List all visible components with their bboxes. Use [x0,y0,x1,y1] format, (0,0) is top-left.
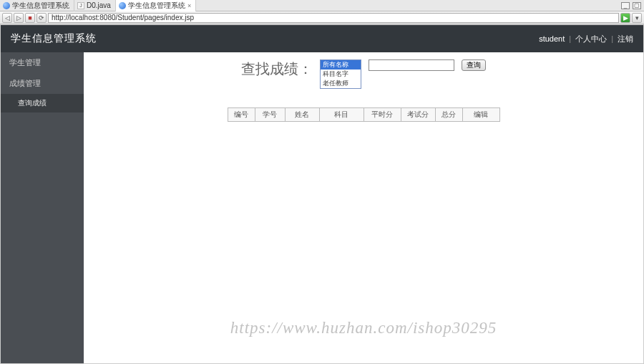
refresh-button[interactable]: ⟳ [36,13,47,23]
sidebar: 学生管理 成绩管理 查询成绩 [1,52,84,363]
ide-tab-2[interactable]: 学生信息管理系统 × [116,0,196,11]
app-header: 学生信息管理系统 student | 个人中心 | 注销 [1,25,643,52]
ide-tab-label: 学生信息管理系统 [12,1,69,11]
ide-window-controls: _ ▢ [621,2,644,9]
app-title: 学生信息管理系统 [11,32,97,45]
ide-tab-label: D0.java [87,1,111,9]
back-button[interactable]: ◁ [2,13,12,23]
col-5: 考试分 [401,108,435,122]
go-button[interactable]: ▶ [620,13,630,23]
col-7: 编辑 [462,108,499,122]
sidebar-sub-query-grades[interactable]: 查询成绩 [1,94,84,112]
app-body: 学生管理 成绩管理 查询成绩 查找成绩： 所有名称 科目名字 老任教师 查询 编… [1,52,643,363]
stop-button[interactable]: ■ [25,13,35,23]
col-3: 科目 [319,108,364,122]
personal-center-link[interactable]: 个人中心 [575,34,607,44]
search-button[interactable]: 查询 [462,59,486,71]
url-text: http://localhost:8080/Student/pages/inde… [52,14,194,21]
browser-menu-button[interactable]: ▾ [632,13,642,23]
close-icon[interactable]: × [187,2,191,9]
ide-tab-1[interactable]: J D0.java [74,0,116,11]
app-frame: 学生信息管理系统 student | 个人中心 | 注销 学生管理 成绩管理 查… [0,24,644,364]
search-select[interactable]: 所有名称 科目名字 老任教师 [320,59,361,89]
col-0: 编号 [228,108,255,122]
results-table: 编号学号姓名科目平时分考试分总分编辑 [228,107,500,122]
forward-button[interactable]: ▷ [14,13,24,23]
header-links: student | 个人中心 | 注销 [539,34,633,44]
java-icon: J [77,2,84,9]
col-2: 姓名 [285,108,319,122]
separator: | [569,34,571,43]
globe-icon [119,2,126,9]
col-4: 平时分 [364,108,401,122]
watermark: https://www.huzhan.com/ishop30295 [84,319,643,337]
col-6: 总分 [435,108,462,122]
browser-toolbar: ◁ ▷ ■ ⟳ http://localhost:8080/Student/pa… [0,11,644,24]
ide-tab-label: 学生信息管理系统 [128,1,185,11]
select-option-0[interactable]: 所有名称 [321,60,361,70]
url-bar[interactable]: http://localhost:8080/Student/pages/inde… [48,13,619,23]
select-option-2[interactable]: 老任教师 [321,79,361,88]
maximize-icon[interactable]: ▢ [633,2,641,9]
table-head: 编号学号姓名科目平时分考试分总分编辑 [228,108,499,122]
current-user: student [539,34,565,43]
ide-tabstrip: 学生信息管理系统 J D0.java 学生信息管理系统 × _ ▢ [0,0,644,11]
globe-icon [3,2,10,9]
sidebar-item-student[interactable]: 学生管理 [1,52,84,73]
search-row: 查找成绩： 所有名称 科目名字 老任教师 查询 [84,59,643,89]
sidebar-item-grades[interactable]: 成绩管理 [1,73,84,94]
main-content: 查找成绩： 所有名称 科目名字 老任教师 查询 编号学号姓名科目平时分考试分总分… [84,52,643,363]
logout-link[interactable]: 注销 [618,34,633,44]
search-input[interactable] [369,59,454,71]
minimize-icon[interactable]: _ [621,2,630,9]
col-1: 学号 [255,108,285,122]
ide-tab-0[interactable]: 学生信息管理系统 [0,0,74,11]
table-header-row: 编号学号姓名科目平时分考试分总分编辑 [228,108,499,122]
select-option-1[interactable]: 科目名字 [321,70,361,79]
search-label: 查找成绩： [241,59,313,79]
separator: | [611,34,613,43]
